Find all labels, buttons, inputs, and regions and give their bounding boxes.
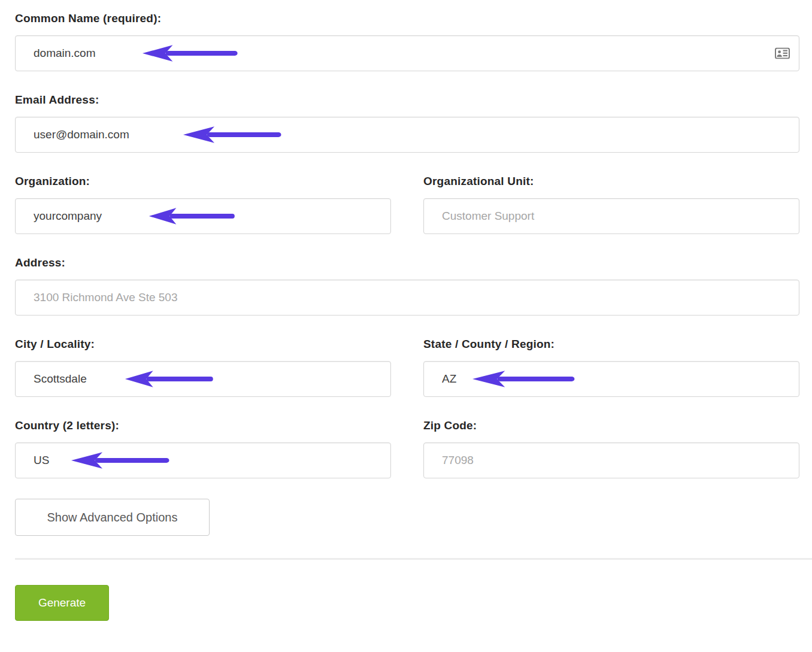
field-row-organization: Organization: Organizational Unit: [15,153,799,234]
common-name-label: Common Name (required): [15,12,799,25]
field-row-address: Address: [15,256,799,316]
section-divider [15,558,812,560]
address-shell [15,280,799,316]
city-input[interactable] [15,361,391,397]
email-input[interactable] [15,117,799,153]
org-unit-input[interactable] [423,198,799,234]
zip-shell [423,442,799,478]
state-input[interactable] [423,361,799,397]
email-label: Email Address: [15,93,799,107]
organization-col: Organization: [15,153,391,234]
organization-shell [15,198,391,234]
organization-input[interactable] [15,198,391,234]
csr-form: Common Name (required): Email Address: O… [0,12,812,645]
zip-col: Zip Code: [423,397,799,478]
city-label: City / Locality: [15,338,391,351]
field-row-email: Email Address: [15,93,799,153]
zip-input[interactable] [423,442,799,478]
show-advanced-options-button[interactable]: Show Advanced Options [15,499,210,536]
org-unit-label: Organizational Unit: [423,175,799,188]
field-row-country-zip: Country (2 letters): Zip Code: [15,397,799,478]
country-label: Country (2 letters): [15,419,391,432]
organization-label: Organization: [15,175,391,188]
org-unit-shell [423,198,799,234]
field-row-common-name: Common Name (required): [15,12,799,71]
state-shell [423,361,799,397]
org-unit-col: Organizational Unit: [423,153,799,234]
state-col: State / County / Region: [423,316,799,397]
country-input[interactable] [15,442,391,478]
country-shell [15,442,391,478]
generate-button[interactable]: Generate [15,585,109,621]
country-col: Country (2 letters): [15,397,391,478]
city-shell [15,361,391,397]
address-label: Address: [15,256,799,269]
zip-label: Zip Code: [423,419,799,432]
email-shell [15,117,799,153]
field-row-city-state: City / Locality: State / County / Region… [15,316,799,397]
state-label: State / County / Region: [423,338,799,351]
common-name-input[interactable] [15,35,799,71]
address-input[interactable] [15,280,799,316]
city-col: City / Locality: [15,316,391,397]
common-name-shell [15,35,799,71]
